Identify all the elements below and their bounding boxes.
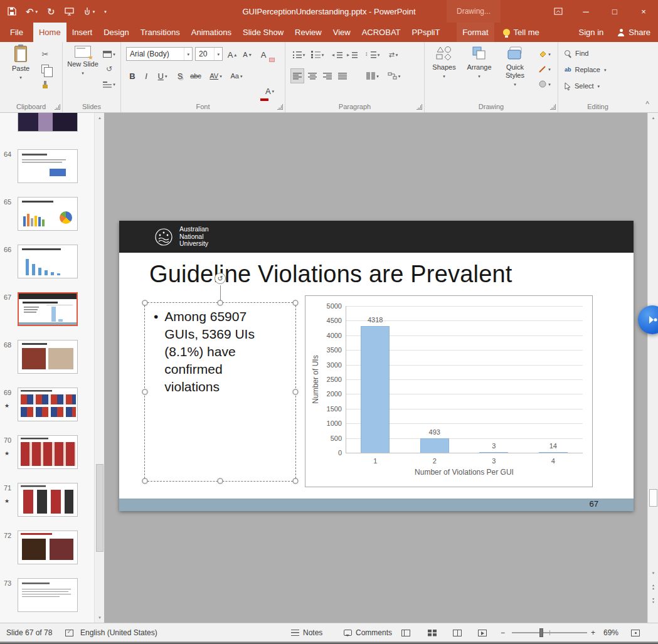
resize-handle-bottom-center[interactable]	[218, 478, 223, 484]
shape-effects-button[interactable]: ▾	[535, 77, 554, 91]
new-slide-button[interactable]: New Slide ▾	[65, 46, 100, 101]
tab-insert[interactable]: Insert	[66, 23, 98, 42]
collapse-ribbon-button[interactable]: ^	[645, 100, 649, 108]
tab-home[interactable]: Home	[33, 23, 66, 42]
minimize-button[interactable]: ─	[571, 0, 600, 23]
sign-in-link[interactable]: Sign in	[579, 23, 604, 42]
convert-to-smartart-button[interactable]: ▾	[385, 68, 403, 83]
customize-qat-button[interactable]: ▾	[104, 9, 107, 14]
replace-button[interactable]: abReplace▾	[565, 62, 621, 77]
language-button[interactable]: English (United States)	[80, 623, 157, 642]
font-color-button[interactable]: A▾	[260, 83, 279, 98]
share-button[interactable]: Share	[617, 23, 650, 42]
align-left-button[interactable]	[290, 68, 304, 83]
underline-button[interactable]: U▾	[154, 68, 171, 83]
tab-review[interactable]: Review	[289, 23, 327, 42]
clipboard-dialog-launcher[interactable]	[55, 104, 60, 110]
zoom-in-button[interactable]: +	[591, 623, 595, 642]
touch-mouse-mode-button[interactable]: ▾	[83, 7, 95, 16]
undo-button[interactable]: ↶▾	[26, 7, 38, 16]
resize-handle-top-left[interactable]	[142, 300, 148, 306]
close-button[interactable]: ×	[629, 0, 658, 23]
scroll-down-icon[interactable]: ▼	[648, 568, 658, 578]
slide-sorter-view-button[interactable]	[428, 623, 437, 642]
align-right-button[interactable]	[321, 68, 334, 83]
start-from-beginning-button[interactable]	[65, 8, 74, 16]
tab-animations[interactable]: Animations	[186, 23, 237, 42]
line-spacing-button[interactable]: ↕▾	[364, 47, 381, 62]
font-dialog-launcher[interactable]	[277, 104, 283, 110]
slide-thumbnail[interactable]: 72	[0, 531, 94, 566]
scroll-up-icon[interactable]: ▲	[648, 113, 658, 123]
clear-formatting-button[interactable]: A	[257, 47, 270, 62]
sidebar-scroll-thumb[interactable]	[96, 464, 103, 552]
tab-format[interactable]: Format	[457, 23, 494, 42]
resize-handle-middle-right[interactable]	[293, 389, 299, 395]
tab-design[interactable]: Design	[98, 23, 134, 42]
next-slide-button[interactable]: ▼▼	[648, 594, 658, 607]
scroll-thumb[interactable]	[649, 489, 657, 507]
rotate-handle-icon[interactable]: ↺	[215, 273, 226, 284]
select-button[interactable]: Select▾	[565, 78, 621, 93]
slide-thumbnail[interactable]: 67	[0, 292, 94, 327]
shape-outline-button[interactable]: ▾	[535, 62, 554, 76]
slide-thumbnail[interactable]: 65	[0, 197, 94, 232]
bullets-button[interactable]: ▾	[290, 47, 307, 62]
drawing-dialog-launcher[interactable]	[550, 104, 556, 110]
justify-button[interactable]	[336, 68, 349, 83]
ribbon-display-options-button[interactable]	[545, 0, 571, 23]
zoom-percentage[interactable]: 69%	[603, 623, 618, 642]
align-center-button[interactable]	[305, 68, 319, 83]
increase-indent-button[interactable]: ▸	[346, 47, 359, 62]
slide-thumbnail[interactable]: 64	[0, 149, 94, 184]
numbering-button[interactable]: ▾	[309, 47, 326, 62]
slide-show-view-button[interactable]	[478, 623, 487, 642]
sidebar-scroll-up-icon[interactable]: ▲	[95, 113, 105, 123]
sidebar-scroll-down-icon[interactable]: ▼	[95, 613, 105, 623]
comments-toggle[interactable]: Comments	[344, 623, 392, 642]
layout-button[interactable]: ▾	[102, 47, 117, 61]
resize-handle-bottom-right[interactable]	[293, 478, 299, 484]
resize-handle-top-center[interactable]	[218, 300, 223, 306]
proofing-status-button[interactable]	[65, 623, 73, 642]
slide-thumbnail[interactable]	[0, 113, 94, 133]
bar-chart-object[interactable]: 0500100015002000250030003500400045005000…	[305, 295, 593, 487]
paragraph-dialog-launcher[interactable]	[417, 104, 422, 110]
cut-button[interactable]: ✂	[38, 47, 53, 61]
resize-handle-bottom-left[interactable]	[142, 478, 148, 484]
strikethrough-button[interactable]: abc	[188, 68, 204, 83]
tab-acrobat[interactable]: ACROBAT	[356, 23, 406, 42]
text-shadow-button[interactable]: S	[174, 68, 186, 83]
resize-handle-middle-left[interactable]	[142, 389, 148, 395]
slide-thumbnail[interactable]: 66	[0, 245, 94, 280]
font-name-combobox[interactable]: Arial (Body)▾	[126, 47, 193, 61]
decrease-indent-button[interactable]: ◂	[331, 47, 344, 62]
slide-canvas[interactable]: Australian National University Guideline…	[119, 221, 634, 511]
slide-page-number[interactable]: 67	[590, 499, 598, 509]
slide-thumbnail[interactable]: 71★	[0, 483, 94, 518]
zoom-slider[interactable]	[512, 632, 587, 633]
quick-styles-button[interactable]: Quick Styles ▾	[497, 46, 533, 101]
bold-button[interactable]: B	[126, 68, 139, 83]
resize-handle-top-right[interactable]	[293, 300, 299, 306]
arrange-button[interactable]: Arrange ▾	[462, 46, 496, 101]
character-spacing-button[interactable]: AV▾	[206, 68, 225, 83]
grow-font-button[interactable]: A▴	[225, 47, 239, 62]
shrink-font-button[interactable]: A▾	[240, 47, 254, 62]
maximize-button[interactable]: □	[600, 0, 629, 23]
notes-toggle[interactable]: Notes	[291, 623, 322, 642]
slide-thumbnail[interactable]: 73	[0, 578, 94, 613]
reading-view-button[interactable]	[453, 623, 462, 642]
sidebar-scrollbar[interactable]: ▲ ▼	[94, 113, 104, 623]
slide-thumbnail[interactable]: 68	[0, 340, 94, 375]
font-size-combobox[interactable]: 20▾	[195, 47, 223, 61]
shape-fill-button[interactable]: ▾	[535, 47, 554, 61]
columns-button[interactable]: ▾	[364, 68, 381, 83]
section-button[interactable]: ▾	[102, 77, 117, 91]
tab-view[interactable]: View	[327, 23, 356, 42]
zoom-out-button[interactable]: −	[501, 623, 505, 642]
shapes-button[interactable]: Shapes ▾	[427, 46, 461, 101]
bullet-text[interactable]: Among 65907 GUIs, 5369 UIs (8.1%) have c…	[164, 308, 275, 396]
tab-slide-show[interactable]: Slide Show	[237, 23, 289, 42]
previous-slide-button[interactable]: ▲▲	[648, 581, 658, 593]
